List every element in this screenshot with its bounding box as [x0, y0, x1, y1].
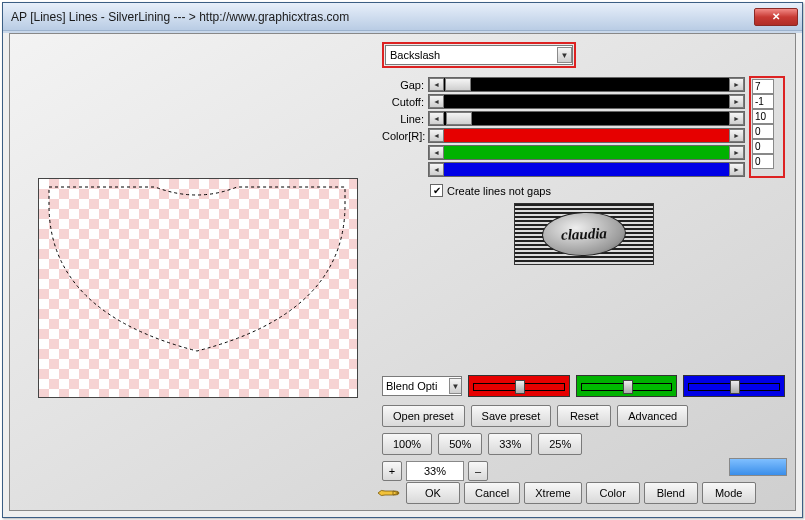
chevron-down-icon: ▼ [557, 47, 572, 63]
rgb-g-slider[interactable] [576, 375, 678, 397]
ok-button[interactable]: OK [406, 482, 460, 504]
blend-mode-dropdown[interactable]: Blend Opti ▼ [382, 376, 462, 396]
blend-row: Blend Opti ▼ [382, 375, 785, 397]
advanced-button[interactable]: Advanced [617, 405, 688, 427]
color-b-slider[interactable]: ◄ ► [428, 162, 745, 177]
zoom-row: + 33% – [382, 461, 785, 481]
style-dropdown-value: Backslash [390, 49, 440, 61]
zoom-in-button[interactable]: + [382, 461, 402, 481]
line-value[interactable]: 10 [752, 109, 774, 124]
preview-frame [38, 178, 358, 398]
preview-canvas [39, 179, 357, 397]
arrow-right-icon[interactable]: ► [729, 163, 744, 176]
zoom-value[interactable]: 33% [406, 461, 464, 481]
style-dropdown[interactable]: Backslash ▼ [385, 45, 573, 65]
gap-slider[interactable]: ◄ ► [428, 77, 745, 92]
color-r-slider[interactable]: ◄ ► [428, 128, 745, 143]
values-highlight: 7 -1 10 0 0 0 [749, 76, 785, 178]
rgb-b-slider[interactable] [683, 375, 785, 397]
create-lines-label: Create lines not gaps [447, 185, 551, 197]
arrow-right-icon[interactable]: ► [729, 112, 744, 125]
rgb-r-slider[interactable] [468, 375, 570, 397]
zoom-50-button[interactable]: 50% [438, 433, 482, 455]
arrow-right-icon[interactable]: ► [729, 78, 744, 91]
pointing-finger-icon [376, 484, 402, 502]
controls-pane: Backslash ▼ Gap: ◄ ► [370, 34, 795, 510]
arrow-left-icon[interactable]: ◄ [429, 95, 444, 108]
footer-buttons: OK Cancel Xtreme Color Blend Mode [376, 482, 756, 504]
color-g-value[interactable]: 0 [752, 139, 774, 154]
parameter-grid: Gap: ◄ ► Cutoff: ◄ [382, 76, 785, 178]
arrow-left-icon[interactable]: ◄ [429, 163, 444, 176]
style-dropdown-highlight: Backslash ▼ [382, 42, 576, 68]
zoom-25-button[interactable]: 25% [538, 433, 582, 455]
arrow-left-icon[interactable]: ◄ [429, 78, 444, 91]
save-preset-button[interactable]: Save preset [471, 405, 552, 427]
cutoff-value[interactable]: -1 [752, 94, 774, 109]
param-label-cutoff: Cutoff: [382, 96, 426, 108]
blend-mode-value: Blend Opti [386, 380, 437, 392]
arrow-right-icon[interactable]: ► [729, 95, 744, 108]
color-swatch[interactable] [729, 458, 787, 476]
param-label-gap: Gap: [382, 79, 426, 91]
arrow-right-icon[interactable]: ► [729, 146, 744, 159]
line-slider[interactable]: ◄ ► [428, 111, 745, 126]
param-label-color-r: Color[R]: [382, 130, 426, 142]
zoom-out-button[interactable]: – [468, 461, 488, 481]
client-area: Backslash ▼ Gap: ◄ ► [9, 33, 796, 511]
cancel-button[interactable]: Cancel [464, 482, 520, 504]
mode-button[interactable]: Mode [702, 482, 756, 504]
open-preset-button[interactable]: Open preset [382, 405, 465, 427]
zoom-33-button[interactable]: 33% [488, 433, 532, 455]
color-r-value[interactable]: 0 [752, 124, 774, 139]
arrow-left-icon[interactable]: ◄ [429, 146, 444, 159]
window-frame: AP [Lines] Lines - SilverLining --- > ht… [2, 2, 803, 518]
arrow-left-icon[interactable]: ◄ [429, 112, 444, 125]
close-button[interactable]: ✕ [754, 8, 798, 26]
color-g-slider[interactable]: ◄ ► [428, 145, 745, 160]
cutoff-slider[interactable]: ◄ ► [428, 94, 745, 109]
title-bar[interactable]: AP [Lines] Lines - SilverLining --- > ht… [3, 3, 802, 31]
reset-button[interactable]: Reset [557, 405, 611, 427]
gap-value[interactable]: 7 [752, 79, 774, 94]
create-lines-checkbox[interactable]: ✔ [430, 184, 443, 197]
color-button[interactable]: Color [586, 482, 640, 504]
param-label-line: Line: [382, 113, 426, 125]
check-icon: ✔ [433, 185, 441, 196]
arrow-right-icon[interactable]: ► [729, 129, 744, 142]
brand-logo: claudia [514, 203, 654, 265]
window-title: AP [Lines] Lines - SilverLining --- > ht… [7, 10, 349, 24]
close-icon: ✕ [772, 11, 780, 22]
xtreme-button[interactable]: Xtreme [524, 482, 581, 504]
color-b-value[interactable]: 0 [752, 154, 774, 169]
chevron-down-icon: ▼ [449, 378, 462, 394]
blend-button[interactable]: Blend [644, 482, 698, 504]
selection-marquee [47, 183, 347, 353]
zoom-100-button[interactable]: 100% [382, 433, 432, 455]
preview-pane [10, 34, 370, 510]
arrow-left-icon[interactable]: ◄ [429, 129, 444, 142]
logo-text: claudia [541, 211, 626, 258]
create-lines-row: ✔ Create lines not gaps [430, 184, 785, 197]
